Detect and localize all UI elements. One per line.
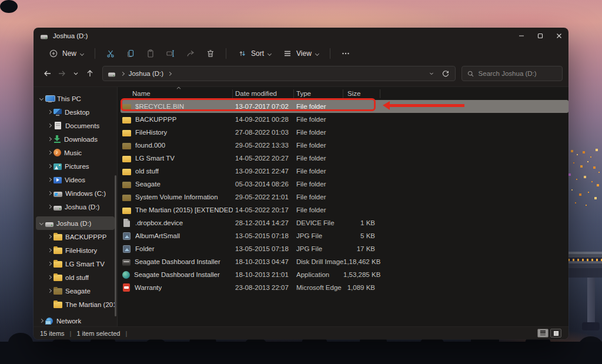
file-name: $RECYCLE.BIN xyxy=(135,103,184,110)
file-row[interactable]: The Martian (2015) [EXTENDED] [REPACK...… xyxy=(121,203,568,216)
sidebar-item-desktop[interactable]: Desktop xyxy=(36,105,115,119)
sidebar-item-documents[interactable]: Documents xyxy=(36,119,115,132)
back-button[interactable] xyxy=(41,66,54,81)
cut-button[interactable] xyxy=(101,46,121,61)
search-input[interactable] xyxy=(479,70,555,77)
file-name-cell: .dropbox.device xyxy=(121,219,233,227)
breadcrumb-segment[interactable]: Joshua (D:) xyxy=(129,70,163,77)
new-button[interactable]: New xyxy=(43,46,89,61)
file-row[interactable]: Seagate Dashboard Installer18-10-2013 21… xyxy=(121,268,568,281)
sidebar-item-joshua-d[interactable]: Joshua (D:) xyxy=(36,200,115,213)
column-header-date-modified[interactable]: Date modified xyxy=(233,89,294,98)
sort-button[interactable]: Sort xyxy=(232,46,277,61)
view-button[interactable]: View xyxy=(277,46,325,61)
file-row[interactable]: $RECYCLE.BIN13-07-2017 07:02File folder xyxy=(121,100,568,113)
drive-win-icon xyxy=(53,192,62,197)
copy-button[interactable] xyxy=(121,46,141,61)
chevron-down-icon[interactable] xyxy=(37,222,45,225)
chevron-down-icon[interactable] xyxy=(37,97,45,100)
chevron-right-icon[interactable] xyxy=(45,205,53,208)
file-name: found.000 xyxy=(135,142,165,149)
sidebar-item-music[interactable]: Music xyxy=(36,146,115,159)
file-row[interactable]: Seagate Dashboard Installer18-10-2013 04… xyxy=(121,255,568,268)
forward-button[interactable] xyxy=(55,66,68,81)
chevron-right-icon[interactable] xyxy=(45,151,53,154)
see-more-button[interactable] xyxy=(336,46,356,61)
chevron-right-icon[interactable] xyxy=(45,111,53,113)
recent-locations-button[interactable] xyxy=(69,66,82,81)
column-header-name[interactable]: Name xyxy=(121,89,233,98)
videos-icon xyxy=(53,177,62,183)
sidebar-item-joshua-d[interactable]: Joshua (D:) xyxy=(36,216,115,230)
navigation-pane: This PCDesktopDocumentsDownloadsMusicPic… xyxy=(34,87,118,326)
chevron-down-icon xyxy=(80,51,84,55)
up-button[interactable] xyxy=(83,66,97,81)
chevron-right-icon[interactable] xyxy=(45,249,53,252)
sidebar-item-backupppp[interactable]: BACKUPPPP xyxy=(36,230,115,243)
desktop-icon xyxy=(53,109,62,115)
sidebar-item-label: Windows (C:) xyxy=(65,190,106,197)
file-row[interactable]: BACKUPPPP14-09-2021 00:28File folder xyxy=(121,113,568,126)
sidebar-item-downloads[interactable]: Downloads xyxy=(36,132,115,146)
chevron-right-icon[interactable] xyxy=(45,235,53,238)
maximize-button[interactable] xyxy=(531,28,550,44)
status-bar: 15 items | 1 item selected | xyxy=(34,326,568,339)
folder-dim-icon xyxy=(122,143,131,149)
file-type: File folder xyxy=(294,193,343,201)
file-row[interactable]: Folder13-05-2015 07:18JPG File17 KB xyxy=(121,242,568,255)
chevron-right-icon[interactable] xyxy=(45,138,53,141)
paste-button[interactable] xyxy=(141,46,160,61)
address-bar[interactable]: Joshua (D:) xyxy=(102,66,456,81)
chevron-right-icon[interactable] xyxy=(45,165,53,168)
sidebar-item-this-pc[interactable]: This PC xyxy=(36,92,115,105)
sidebar-item-seagate[interactable]: Seagate xyxy=(36,284,115,298)
file-type: Application xyxy=(294,271,343,278)
file-row[interactable]: old stuff13-09-2021 22:47File folder xyxy=(121,165,568,178)
file-row[interactable]: .dropbox.device28-12-2014 14:27DEVICE Fi… xyxy=(121,216,568,229)
file-row[interactable]: FileHistory27-08-2022 01:03File folder xyxy=(121,126,568,139)
column-headers: Name Date modified Type Size xyxy=(121,87,568,100)
file-size: 1 KB xyxy=(343,219,380,226)
file-row[interactable]: found.00029-05-2022 13:33File folder xyxy=(121,139,568,152)
details-view-icon xyxy=(540,330,546,336)
file-list: $RECYCLE.BIN13-07-2017 07:02File folderB… xyxy=(121,100,568,294)
rename-icon xyxy=(166,49,175,58)
sidebar-item-the-martian-2015-extei[interactable]: The Martian (2015) [EXTEI xyxy=(36,298,115,311)
file-row[interactable]: Seagate05-03-2014 08:26File folder xyxy=(121,178,568,191)
share-button[interactable] xyxy=(180,46,200,61)
rename-button[interactable] xyxy=(160,46,180,61)
drive-icon xyxy=(45,222,53,227)
file-row[interactable]: Warranty23-08-2013 22:07Microsoft Edge P… xyxy=(121,281,568,294)
file-type: JPG File xyxy=(294,232,343,239)
chevron-right-icon[interactable] xyxy=(45,276,53,279)
sidebar-item-filehistory[interactable]: FileHistory xyxy=(36,243,115,257)
delete-button[interactable] xyxy=(200,46,220,61)
chevron-right-icon[interactable] xyxy=(45,289,53,292)
refresh-button[interactable] xyxy=(439,67,453,80)
chevron-right-icon[interactable] xyxy=(45,124,53,127)
close-button[interactable] xyxy=(550,28,568,44)
file-row[interactable]: System Volume Information29-05-2022 21:0… xyxy=(121,191,568,203)
sidebar-item-windows-c[interactable]: Windows (C:) xyxy=(36,186,115,200)
column-header-type[interactable]: Type xyxy=(294,89,343,98)
chevron-right-icon[interactable] xyxy=(37,319,45,322)
chevron-right-icon[interactable] xyxy=(45,262,53,265)
chevron-right-icon[interactable] xyxy=(45,178,53,181)
column-header-size[interactable]: Size xyxy=(343,89,380,98)
address-dropdown-button[interactable] xyxy=(424,67,439,80)
file-row[interactable]: LG Smart TV14-05-2022 20:27File folder xyxy=(121,152,568,165)
wallpaper-tree-band xyxy=(0,342,602,364)
sidebar-scrollbar[interactable] xyxy=(115,175,116,316)
minimize-button[interactable] xyxy=(512,28,531,44)
sidebar-item-videos[interactable]: Videos xyxy=(36,173,115,186)
file-type: Disk Drill Image xyxy=(294,258,343,265)
search-box[interactable] xyxy=(461,66,563,81)
chevron-right-icon[interactable] xyxy=(45,192,53,195)
large-icons-view-button[interactable] xyxy=(550,329,561,338)
sidebar-item-lg-smart-tv[interactable]: LG Smart TV xyxy=(36,257,115,271)
sidebar-item-pictures[interactable]: Pictures xyxy=(36,159,115,173)
sidebar-item-network[interactable]: Network xyxy=(36,314,115,326)
file-row[interactable]: AlbumArtSmall13-05-2015 07:18JPG File5 K… xyxy=(121,229,568,242)
sidebar-item-old-stuff[interactable]: old stuff xyxy=(36,271,115,284)
details-view-button[interactable] xyxy=(537,329,549,338)
